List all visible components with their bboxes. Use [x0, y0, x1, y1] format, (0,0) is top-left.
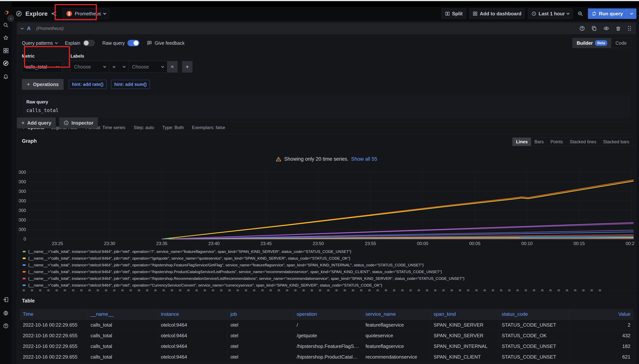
legend-item[interactable]: {__name__="calls_total", instance="otelc… [23, 275, 630, 282]
starred-icon[interactable] [0, 33, 12, 42]
x-axis-tick: 00:10 [521, 241, 532, 246]
y-axis-tick: 4000 [19, 217, 26, 222]
split-button[interactable]: Split [442, 8, 466, 19]
collapse-chevron-icon[interactable] [21, 26, 24, 29]
option-summary-item: Step: auto [134, 125, 154, 130]
legend-item[interactable]: {__name__="calls_total", instance="otelc… [23, 282, 630, 288]
settings-gear-icon[interactable] [0, 309, 12, 318]
remove-label-filter-button[interactable]: × [167, 61, 178, 72]
comment-icon [147, 40, 152, 46]
sign-in-icon[interactable] [0, 295, 12, 304]
table-cell: STATUS_CODE_UNSET [499, 352, 570, 362]
query-hint-button-1[interactable]: hint: add rate() [69, 80, 106, 89]
query-row-header[interactable]: A (Prometheus) [17, 23, 636, 34]
duplicate-query-icon[interactable] [591, 26, 597, 31]
query-patterns-label: Query patterns [22, 40, 53, 46]
column-header-name[interactable]: __name__ [88, 309, 158, 320]
time-series-chart[interactable]: 0200040006000800010000120001400023:2523:… [19, 168, 634, 247]
y-axis-tick: 2000 [19, 227, 26, 232]
view-mode-stacked-lines[interactable]: Stacked lines [566, 138, 600, 146]
sidebar-expand-button[interactable]: › [8, 15, 14, 22]
legend-item[interactable]: {__name__="calls_total", instance="otelc… [23, 255, 630, 262]
builder-mode-tab[interactable]: Builder Beta [572, 38, 611, 48]
view-mode-bars[interactable]: Bars [531, 138, 547, 146]
add-query-button[interactable]: + Add query [17, 118, 56, 128]
query-help-icon[interactable] [579, 26, 585, 31]
label-operator-select[interactable]: = [109, 61, 128, 72]
inspector-button[interactable]: Inspector [59, 118, 98, 128]
give-feedback-link[interactable]: Give feedback [147, 40, 185, 46]
view-mode-lines[interactable]: Lines [512, 138, 531, 146]
dashboards-icon[interactable] [0, 46, 12, 55]
table-row[interactable]: 2022-10-16 00:22:29.655calls_totalotelco… [20, 330, 633, 341]
graph-panel-title: Graph [22, 138, 37, 144]
view-mode-points[interactable]: Points [547, 138, 566, 146]
table-row[interactable]: 2022-10-16 00:22:29.655calls_totalotelco… [20, 341, 633, 352]
results-table: Time__name__instancejoboperationservice_… [20, 309, 633, 364]
explain-label: Explain [65, 40, 80, 46]
query-patterns-dropdown[interactable]: Query patterns [22, 40, 58, 46]
legend-item[interactable]: {__name__="calls_total", instance="otelc… [23, 268, 630, 275]
add-to-dashboard-button[interactable]: Add to dashboard [469, 8, 525, 19]
prometheus-icon [66, 11, 72, 17]
column-header-spankind[interactable]: span_kind [431, 309, 499, 320]
table-cell: 2022-10-16 00:22:29.655 [20, 352, 88, 362]
x-axis-tick: 00:15 [574, 241, 585, 246]
drag-handle-icon[interactable] [627, 26, 632, 31]
table-cell: featureflagservice [363, 341, 431, 352]
view-mode-stacked-bars[interactable]: Stacked bars [600, 138, 633, 146]
search-icon[interactable] [0, 20, 12, 30]
column-header-job[interactable]: job [228, 309, 294, 320]
label-key-select[interactable]: Choose [70, 61, 109, 72]
table-row[interactable]: 2022-10-16 00:22:29.655calls_totalotelco… [20, 362, 633, 364]
run-query-label: Run query [599, 11, 623, 17]
run-query-button[interactable]: Run query [588, 8, 636, 19]
table-row[interactable]: 2022-10-16 00:22:29.655calls_totalotelco… [20, 320, 633, 330]
run-query-dropdown[interactable] [627, 8, 636, 19]
query-ref-id: A [27, 26, 31, 32]
table-cell: 182 [570, 341, 633, 352]
add-label-filter-button[interactable]: + [182, 61, 192, 72]
disable-query-eye-icon[interactable] [603, 26, 609, 31]
show-all-series-link[interactable]: Show all 55 [351, 156, 377, 162]
split-icon [445, 11, 450, 16]
table-cell: 2022-10-16 00:22:29.655 [20, 362, 88, 364]
option-summary-item: Type: Both [162, 125, 184, 130]
column-header-statuscode[interactable]: status_code [499, 309, 570, 320]
metric-value: calls_total [26, 64, 47, 70]
help-icon[interactable] [0, 321, 12, 330]
column-header-time[interactable]: Time [20, 309, 88, 320]
table-cell: otelcol:9464 [158, 352, 228, 362]
table-cell: calls_total [88, 352, 158, 362]
share-icon[interactable] [51, 11, 57, 16]
info-circle-icon [64, 120, 69, 126]
datasource-picker[interactable]: Prometheus [63, 8, 109, 19]
explore-compass-icon[interactable] [0, 59, 12, 68]
column-header-operation[interactable]: operation [294, 309, 363, 320]
time-range-picker[interactable]: Last 1 hour [528, 8, 572, 19]
code-label: Code [616, 40, 627, 46]
table-cell: STATUS_CODE_OK [499, 330, 570, 341]
chevron-down-icon [55, 41, 58, 44]
add-operation-button[interactable]: + Operations [22, 79, 64, 90]
legend-item[interactable]: {__name__="calls_total", instance="otelc… [23, 248, 630, 255]
column-header-value[interactable]: Value [570, 309, 633, 320]
chevron-down-icon [103, 12, 106, 14]
zoom-out-time-button[interactable] [576, 8, 585, 19]
metric-select[interactable]: calls_total [22, 61, 62, 72]
column-header-instance[interactable]: instance [158, 309, 228, 320]
x-axis-tick: 23:50 [313, 241, 324, 246]
explain-toggle[interactable] [83, 40, 95, 46]
legend-item[interactable]: {__name__="calls_total", instance="otelc… [23, 262, 630, 268]
table-row[interactable]: 2022-10-16 00:22:29.655calls_totalotelco… [20, 352, 633, 362]
label-value-select[interactable]: Choose [128, 61, 167, 72]
query-hint-button-2[interactable]: hint: add sum() [111, 80, 150, 89]
table-cell: otelcol:9464 [158, 320, 228, 330]
code-mode-tab[interactable]: Code [611, 38, 631, 48]
delete-query-trash-icon[interactable] [616, 26, 621, 31]
column-header-servicename[interactable]: service_name [363, 309, 431, 320]
alerting-bell-icon[interactable] [0, 72, 12, 81]
label-key-placeholder: Choose [74, 64, 91, 70]
table-cell: recommendationservice [363, 352, 431, 362]
raw-query-toggle[interactable] [128, 40, 139, 46]
